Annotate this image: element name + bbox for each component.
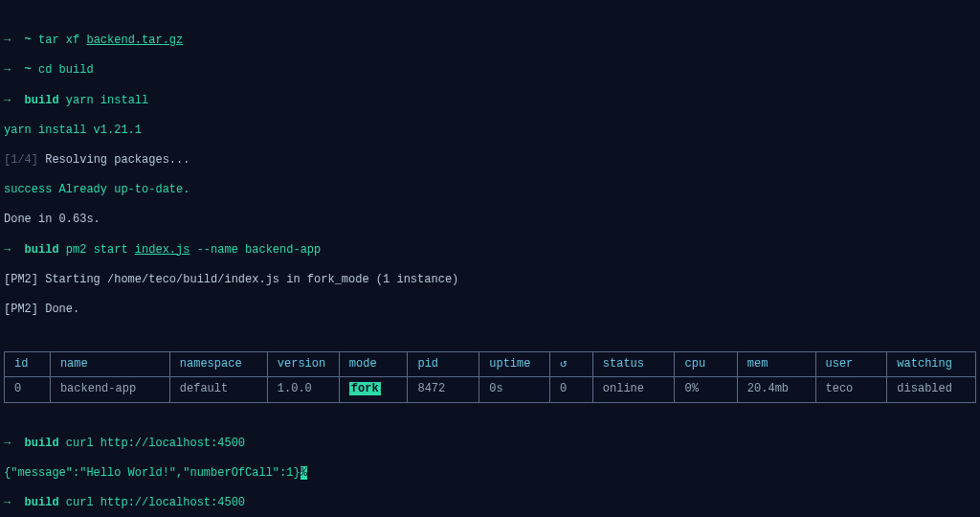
pm2-table: id name namespace version mode pid uptim…	[4, 351, 976, 403]
out-pm2-starting: [PM2] Starting /home/teco/build/index.js…	[4, 273, 976, 288]
cell-id: 0	[5, 377, 51, 403]
cell-mem: 20.4mb	[737, 377, 815, 403]
cmd-tar-file: backend.tar.gz	[86, 34, 183, 47]
col-pid: pid	[408, 351, 479, 377]
col-name: name	[50, 351, 169, 377]
cmd-curl: curl http://localhost:4500	[66, 437, 245, 450]
cell-uptime: 0s	[479, 377, 550, 403]
col-uptime: uptime	[479, 351, 550, 377]
prompt-build: build	[25, 243, 59, 257]
cell-pid: 8472	[408, 377, 479, 403]
col-status: status	[592, 351, 675, 377]
out-pm2-done: [PM2] Done.	[4, 303, 976, 318]
cmd-curl: curl http://localhost:4500	[66, 496, 245, 509]
cell-version: 1.0.0	[267, 377, 339, 403]
cmd-yarn: yarn install	[66, 94, 148, 107]
prompt-arrow: →	[4, 34, 11, 47]
prompt-home: ~	[25, 63, 32, 77]
cell-user: teco	[815, 377, 887, 403]
out-success: success Already up-to-date.	[4, 183, 976, 198]
prompt-home: ~	[25, 34, 32, 47]
col-mode: mode	[339, 351, 408, 377]
col-watching: watching	[887, 351, 976, 377]
line-pm2start: → build pm2 start index.js --name backen…	[4, 243, 976, 258]
cell-name: backend-app	[50, 377, 169, 403]
col-user: user	[815, 351, 887, 377]
terminal[interactable]: → ~ tar xf backend.tar.gz → ~ cd build →…	[0, 0, 980, 517]
out-yarn-version: yarn install v1.21.1	[4, 124, 976, 139]
col-namespace: namespace	[169, 351, 267, 377]
pm2-data-row: 0 backend-app default 1.0.0 fork 8472 0s…	[5, 377, 976, 403]
pm2-header-row: id name namespace version mode pid uptim…	[5, 351, 976, 377]
col-restarts: ↺	[549, 351, 592, 377]
prompt-arrow: →	[4, 63, 11, 77]
prompt-build: build	[25, 437, 59, 450]
cmd-tar-prefix: tar xf	[38, 34, 86, 47]
out-curl-1: {"message":"Hello World!","numberOfCall"…	[4, 466, 976, 482]
line-yarn: → build yarn install	[4, 94, 976, 109]
cmd-pm2-c: --name backend-app	[189, 243, 321, 257]
cell-namespace: default	[169, 377, 267, 403]
prompt-arrow: →	[4, 437, 11, 450]
cell-mode: fork	[339, 377, 408, 403]
prompt-arrow: →	[4, 243, 11, 257]
cmd-pm2-a: pm2 start	[66, 243, 135, 257]
col-cpu: cpu	[675, 351, 737, 377]
col-mem: mem	[737, 351, 815, 377]
cmd-cd: cd build	[38, 63, 94, 77]
prompt-build: build	[25, 94, 59, 107]
line-curl-2: → build curl http://localhost:4500	[4, 496, 976, 511]
cell-cpu: 0%	[675, 377, 737, 403]
prompt-build: build	[25, 496, 59, 509]
prompt-arrow: →	[4, 496, 11, 509]
cell-watching: disabled	[887, 377, 976, 403]
col-version: version	[267, 351, 339, 377]
cell-status: online	[592, 377, 675, 403]
line-cd: → ~ cd build	[4, 63, 976, 79]
line-curl-1: → build curl http://localhost:4500	[4, 437, 976, 452]
cell-restarts: 0	[549, 377, 592, 403]
col-id: id	[5, 351, 51, 377]
out-done: Done in 0.63s.	[4, 213, 976, 228]
cmd-pm2-file: index.js	[135, 243, 190, 257]
out-resolving: [1/4] Resolving packages...	[4, 153, 976, 169]
percent-icon: %	[301, 466, 307, 480]
prompt-arrow: →	[4, 94, 11, 107]
line-tar: → ~ tar xf backend.tar.gz	[4, 34, 976, 49]
